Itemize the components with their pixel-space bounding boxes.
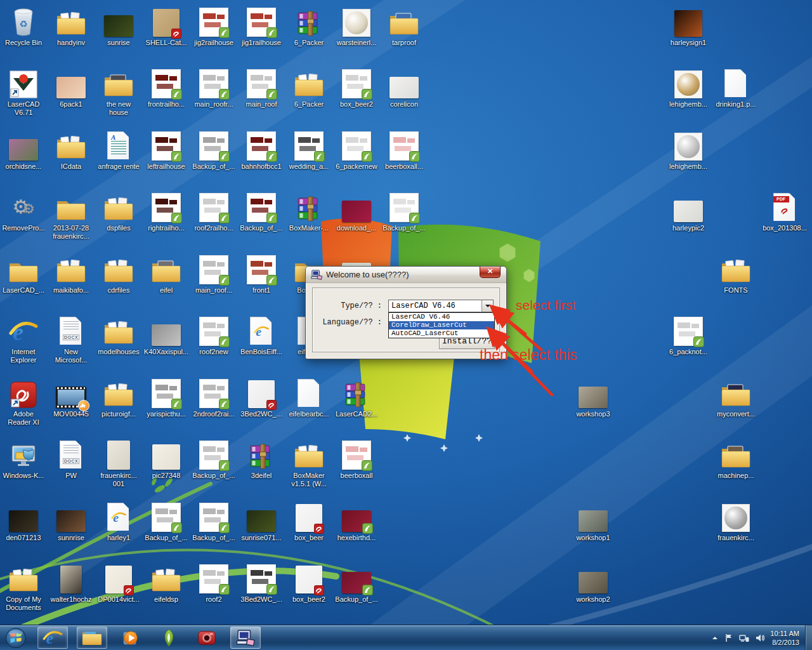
desktop-icon[interactable]: lehighemb... [664,67,713,109]
desktop-icon[interactable]: harleysign1 [664,5,713,47]
desktop-icon[interactable]: corelicon [379,67,429,109]
desktop-icon[interactable]: LaserCAD_... [0,253,48,295]
desktop-icon[interactable]: workshop2 [568,562,618,604]
desktop-icon[interactable]: download_... [332,190,381,232]
dialog-titlebar[interactable]: Welcome to use(????) ✕ [306,267,506,283]
desktop-icon[interactable]: beerboxall... [379,129,429,171]
desktop-icon[interactable]: lehighemb... [664,129,713,171]
desktop-icon[interactable]: tarproof [379,5,429,47]
desktop-icon[interactable]: box_beer [284,500,334,542]
desktop-icon[interactable]: PDFbox_201308... [760,190,809,232]
desktop-icon[interactable]: roof2railho... [189,190,239,232]
desktop-icon[interactable]: 3Bed2WC_... [237,376,286,418]
desktop-icon[interactable]: K40Xaxispul... [141,314,191,356]
desktop-icon[interactable]: Windows-K... [0,438,48,480]
desktop-icon[interactable]: BoxMaker v1.5.1 (W... [284,438,334,488]
desktop-icon[interactable]: DP0014vict... [94,562,143,604]
taskbar-installer[interactable] [230,627,261,649]
desktop-icon[interactable]: Backup_of_... [141,500,191,542]
desktop-icon[interactable]: picturoigf... [94,376,143,418]
desktop-icon[interactable]: Copy of My Documents [0,562,48,612]
desktop-icon[interactable]: machinep... [711,438,761,480]
desktop-icon[interactable]: hexebirthd... [332,500,381,542]
desktop-icon[interactable]: 6_packnot... [664,314,713,356]
tray-expand-icon[interactable] [711,635,719,641]
desktop-icon[interactable]: sunrise [94,5,143,47]
desktop-icon[interactable]: Backup_of_... [237,190,286,232]
desktop-icon[interactable]: eBenBoisEiff... [237,314,286,356]
desktop-icon[interactable]: Backup_of_... [189,500,239,542]
desktop-icon[interactable]: SHELL-Cat... [141,5,191,47]
desktop-icon[interactable]: leftrailhouse [141,129,191,171]
desktop-icon[interactable]: front1 [237,253,286,295]
taskbar-coreldraw[interactable] [154,627,183,648]
desktop-icon[interactable]: DOCXPW [46,438,96,480]
desktop-icon[interactable]: pic27348 [141,438,191,480]
desktop-icon[interactable]: warsteinerl... [332,5,381,47]
show-desktop-button[interactable] [805,625,812,650]
desktop-icon[interactable]: cdrfiles [94,253,143,295]
desktop-icon[interactable]: roof2new [189,314,239,356]
desktop-icon[interactable]: drinking1.p... [711,67,761,109]
desktop-icon[interactable]: 2ndroof2rai... [189,376,239,418]
desktop-icon[interactable]: 6pack1 [46,67,96,109]
desktop-icon[interactable]: yarispicthu... [141,376,191,418]
desktop-icon[interactable]: eifeldsp [141,562,191,604]
taskbar-internet-explorer[interactable]: e [37,627,68,649]
desktop-icon[interactable]: eifel [141,253,191,295]
action-center-flag-icon[interactable] [724,633,733,642]
dropdown-item[interactable]: CorelDraw_LaserCut [389,321,494,329]
dropdown-item[interactable]: LaserCAD V6.46 [389,313,494,321]
desktop-icon[interactable]: maikibafo... [46,253,96,295]
desktop-icon[interactable]: main_roofr... [189,67,239,109]
desktop-icon[interactable]: Aanfrage rente [94,129,143,171]
desktop-icon[interactable]: BoxMaker-... [284,190,334,232]
desktop-icon[interactable]: frauenkirc... 001 [94,438,143,488]
desktop-icon[interactable]: LaserCAD V6.71 [0,67,48,117]
close-button[interactable]: ✕ [480,267,501,278]
desktop-icon[interactable]: harleypic2 [664,190,713,232]
desktop-icon[interactable]: ♻Recycle Bin [0,5,48,47]
volume-icon[interactable] [755,633,764,642]
desktop-icon[interactable]: myconvert... [711,376,761,418]
desktop-icon[interactable]: jig1railhouse [237,5,286,47]
desktop-icon[interactable]: LaserCAD2... [332,376,381,418]
desktop-icon[interactable]: box_beer2 [284,562,334,604]
desktop-icon[interactable]: 6_Packer [284,5,334,47]
desktop-icon[interactable]: 3deifel [237,438,286,480]
desktop-icon[interactable]: eharley1 [94,500,143,542]
desktop-icon[interactable]: beerboxall [332,438,381,480]
desktop-icon[interactable]: ▶MOV00445 [46,376,96,418]
desktop-icon[interactable]: sunrise071... [237,500,286,542]
desktop-icon[interactable]: frauenkirc... [711,500,761,542]
desktop-icon[interactable]: ICdata [46,129,96,171]
desktop-icon[interactable]: bahnhofbcc1 [237,129,286,171]
desktop-icon[interactable]: the new house [94,67,143,117]
type-combobox[interactable]: LaserCAD V6.46 [388,300,494,312]
taskbar-screen-capture[interactable] [192,627,221,648]
desktop-icon[interactable]: main_roof [237,67,286,109]
desktop-icon[interactable]: Adobe Reader XI [0,376,48,427]
desktop-icon[interactable]: modelhouses [94,314,143,356]
desktop-icon[interactable]: Backup_of_... [189,129,239,171]
combobox-dropdown-button[interactable] [481,300,493,312]
desktop-icon[interactable]: Backup_of_... [332,562,381,604]
desktop-icon[interactable]: 3Bed2WC_... [237,562,286,604]
desktop-icon[interactable]: eInternet Explorer [0,314,48,364]
desktop-icon[interactable]: eifelbearbc... [284,376,334,418]
network-icon[interactable] [739,633,749,642]
desktop-icon[interactable]: Backup_of_... [189,438,239,480]
desktop-icon[interactable]: sunnrise [46,500,96,542]
desktop-icon[interactable]: jig2railhouse [189,5,239,47]
desktop-icon[interactable]: 6_Packer [284,67,334,109]
desktop-icon[interactable]: main_roof... [189,253,239,295]
taskbar-media-player[interactable] [116,627,145,648]
desktop-icon[interactable]: workshop3 [568,376,618,418]
desktop-icon[interactable]: walter1hochz [46,562,96,604]
desktop-icon[interactable]: box_beer2 [332,67,381,109]
desktop-icon[interactable]: orchidsne... [0,129,48,171]
desktop-icon[interactable]: DOCXNew Microsof... [46,314,96,364]
desktop-icon[interactable]: rightrailho... [141,190,191,232]
desktop-icon[interactable]: 2013-07-28 frauenkirc... [46,190,96,241]
taskbar-windows-explorer[interactable] [77,627,107,649]
